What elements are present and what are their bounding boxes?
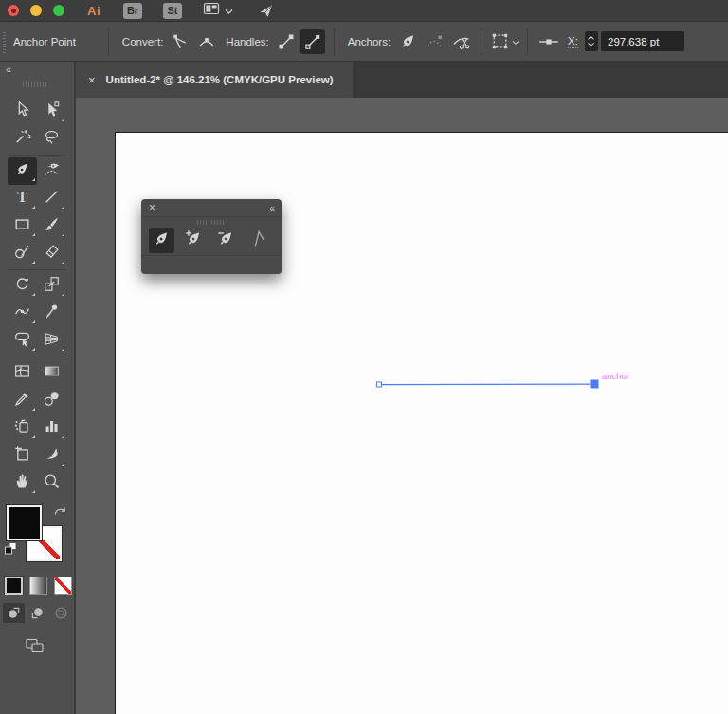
direct-selection-tool[interactable] — [37, 98, 66, 125]
curvature-icon — [43, 160, 61, 182]
delete-anchor-point-tool[interactable] — [213, 228, 239, 253]
magic-wand-tool[interactable] — [8, 125, 37, 153]
x-stepper[interactable] — [585, 31, 598, 51]
eraser-icon — [43, 243, 61, 265]
line-segment-tool[interactable] — [37, 185, 66, 212]
document-tab[interactable]: × Untitled-2* @ 146.21% (CMYK/GPU Previe… — [76, 62, 353, 98]
pen-tool[interactable] — [149, 228, 174, 253]
type-tool[interactable]: T — [8, 185, 37, 212]
shaper-icon — [13, 243, 31, 265]
gradient-tool[interactable] — [37, 359, 66, 387]
zoom-tool[interactable] — [37, 469, 66, 497]
window-controls — [8, 5, 64, 16]
cut-path-button[interactable] — [448, 29, 473, 54]
tool-group-divider — [8, 357, 66, 357]
close-window-button[interactable] — [8, 5, 19, 16]
perspective-grid-tool[interactable] — [37, 327, 66, 355]
anchor-point-tool[interactable] — [246, 228, 271, 253]
illustrator-logo: Ai — [87, 4, 100, 18]
control-bar: Anchor Point Convert: Handles: Anchors: — [0, 21, 728, 62]
paintbrush-tool[interactable] — [37, 212, 66, 240]
shaper-tool[interactable] — [8, 240, 37, 267]
pen-icon — [13, 160, 31, 182]
convert-to-smooth-button[interactable] — [194, 29, 219, 54]
artboard-tool[interactable] — [8, 442, 37, 469]
blend-icon — [43, 390, 61, 412]
workspace-switcher[interactable] — [203, 1, 233, 20]
shape-builder-icon — [13, 330, 31, 352]
shape-builder-tool[interactable] — [8, 327, 37, 355]
panel-grip[interactable] — [197, 220, 226, 225]
x-position-input[interactable]: 297.638 pt — [601, 31, 684, 51]
convert-to-corner-button[interactable] — [168, 29, 192, 54]
tools-panel: « T — [0, 62, 76, 714]
width-icon — [13, 302, 31, 324]
collapse-panel-icon[interactable]: « — [269, 203, 274, 213]
artboard-icon — [13, 445, 31, 467]
magic-wand-icon — [13, 128, 31, 150]
stock-button[interactable]: St — [163, 3, 182, 19]
swap-fill-stroke-icon[interactable] — [53, 504, 66, 522]
eyedropper-tool[interactable] — [8, 387, 37, 414]
rectangle-tool[interactable] — [8, 212, 37, 240]
hide-handles-button[interactable] — [300, 29, 325, 54]
curvature-tool[interactable] — [37, 157, 66, 185]
point-position-icon — [537, 29, 561, 54]
slice-tool[interactable] — [37, 442, 66, 469]
rotate-tool[interactable] — [8, 272, 37, 300]
fill-swatch[interactable] — [7, 505, 42, 540]
divider — [108, 28, 109, 55]
screen-mode-button[interactable] — [25, 637, 74, 658]
anchors-label: Anchors: — [348, 36, 391, 47]
lasso-icon — [43, 128, 61, 150]
mesh-tool[interactable] — [8, 359, 37, 387]
default-fill-stroke-icon[interactable] — [4, 541, 18, 559]
lasso-tool[interactable] — [37, 125, 66, 153]
selection-tool[interactable] — [8, 98, 37, 125]
color-button[interactable] — [5, 577, 23, 595]
close-tab-icon[interactable]: × — [88, 73, 96, 87]
delete-anchor-point-icon — [216, 229, 236, 252]
gradient-button[interactable] — [29, 577, 47, 595]
line-segment-icon — [43, 188, 61, 210]
show-handles-button[interactable] — [274, 29, 299, 54]
divider — [334, 28, 335, 55]
perspective-grid-icon — [43, 330, 61, 352]
symbol-sprayer-tool[interactable] — [8, 414, 37, 442]
fullscreen-window-button[interactable] — [53, 5, 64, 16]
blend-tool[interactable] — [37, 387, 66, 414]
bridge-button[interactable]: Br — [123, 3, 142, 19]
anchor-label: anchor — [602, 371, 629, 381]
connect-path-button[interactable] — [422, 29, 446, 54]
draw-normal-button[interactable] — [3, 603, 25, 623]
draw-inside-button[interactable] — [50, 603, 72, 623]
transform-box-dropdown[interactable] — [490, 31, 519, 51]
column-graph-tool[interactable] — [37, 414, 66, 442]
remove-anchors-pen-button[interactable] — [395, 29, 420, 54]
pen-tool[interactable] — [8, 157, 37, 185]
hand-tool[interactable] — [8, 469, 37, 497]
collapse-panel-icon[interactable]: « — [6, 64, 10, 75]
vector-path[interactable] — [372, 376, 609, 397]
puppet-warp-icon — [43, 302, 61, 324]
eraser-tool[interactable] — [37, 240, 66, 267]
add-anchor-point-tool[interactable] — [181, 228, 207, 253]
gradient-icon — [43, 362, 61, 384]
minimize-window-button[interactable] — [30, 5, 42, 16]
canvas[interactable]: × « anchor — [76, 98, 728, 714]
scale-tool[interactable] — [37, 272, 66, 300]
close-panel-icon[interactable]: × — [149, 201, 155, 214]
width-tool[interactable] — [8, 300, 37, 327]
none-button[interactable] — [54, 577, 72, 595]
paintbrush-icon — [43, 215, 61, 237]
panel-grip[interactable] — [23, 82, 47, 87]
puppet-warp-tool[interactable] — [37, 300, 66, 327]
column-graph-icon — [43, 417, 61, 439]
anchor-point-icon — [248, 229, 268, 252]
draw-behind-button[interactable] — [27, 603, 48, 623]
panel-grip[interactable] — [3, 30, 6, 53]
eyedropper-icon — [13, 390, 31, 412]
chevron-down-icon — [512, 36, 519, 47]
share-icon[interactable] — [258, 3, 274, 19]
end-anchor-point — [591, 380, 599, 389]
